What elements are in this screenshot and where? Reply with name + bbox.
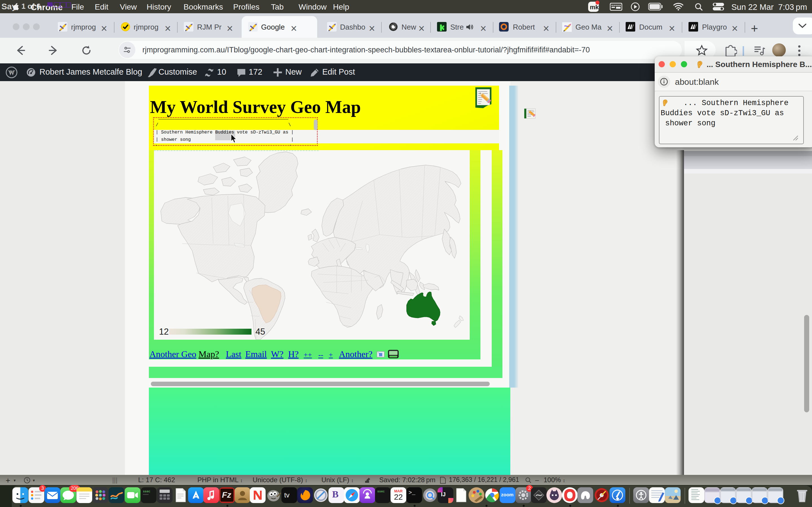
svg-text:45: 45 — [255, 327, 265, 337]
svg-text:ssec: ssec — [143, 490, 150, 493]
svg-text:W: W — [8, 69, 15, 76]
svg-text:12: 12 — [159, 327, 168, 337]
svg-text:ssec: ssec — [377, 490, 385, 493]
